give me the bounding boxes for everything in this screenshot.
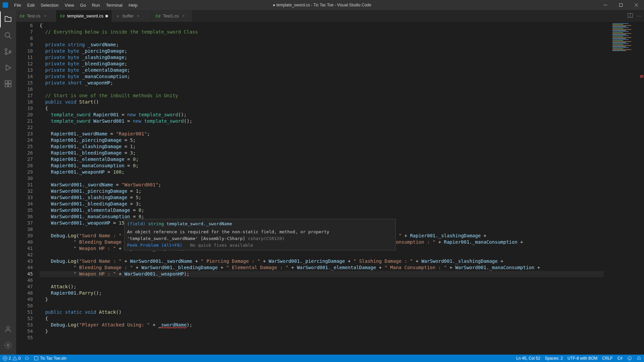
editor-tabs: C#Test.cs× C#template_sword.cs ≡buffer× … xyxy=(16,10,644,22)
status-indent[interactable]: Spaces: 2 xyxy=(545,356,563,361)
menu-edit[interactable]: Edit xyxy=(24,1,37,9)
activity-extensions[interactable] xyxy=(0,76,16,92)
svg-point-23 xyxy=(628,357,632,360)
close-icon[interactable]: × xyxy=(181,13,186,19)
menu-go[interactable]: Go xyxy=(77,1,89,9)
activity-bar xyxy=(0,10,16,355)
svg-line-5 xyxy=(9,37,11,39)
menu-terminal[interactable]: Terminal xyxy=(103,1,125,9)
close-icon[interactable]: × xyxy=(136,13,141,19)
activity-accounts[interactable] xyxy=(0,321,16,337)
status-cursor[interactable]: Ln 45, Col 52 xyxy=(516,356,540,361)
hover-kind: (field) xyxy=(127,221,146,226)
svg-point-14 xyxy=(7,326,9,329)
window-title: ● template_sword.cs - Tic Tac Toe - Visu… xyxy=(273,3,371,7)
activity-search[interactable] xyxy=(0,27,16,44)
hover-symbol: template_sword._swordName xyxy=(166,221,232,226)
status-encoding[interactable]: UTF-8 with BOM xyxy=(568,356,597,361)
status-problems[interactable]: 2 0 xyxy=(3,356,29,361)
status-eol[interactable]: CRLF xyxy=(602,356,612,361)
minimap[interactable] xyxy=(604,22,644,355)
tab-label: buffer xyxy=(122,13,133,18)
status-lang[interactable]: C# xyxy=(618,356,623,361)
menu-selection[interactable]: Selection xyxy=(38,1,61,9)
minimize-button[interactable] xyxy=(598,0,613,10)
activity-source-control[interactable] xyxy=(0,44,16,60)
svg-point-15 xyxy=(7,344,9,346)
activity-run-debug[interactable] xyxy=(0,60,16,76)
split-editor-icon[interactable] xyxy=(628,13,633,19)
tab-test-cs[interactable]: C#Test.cs× xyxy=(16,10,56,22)
svg-point-4 xyxy=(5,33,10,37)
more-actions-icon[interactable]: ⋯ xyxy=(637,13,641,18)
peek-problem-link[interactable]: Peek Problem (Alt+F8) xyxy=(127,243,182,248)
activity-settings[interactable] xyxy=(0,337,16,353)
minimap-error-marker[interactable] xyxy=(640,77,643,77)
vscode-logo-icon xyxy=(3,2,8,8)
menu-view[interactable]: View xyxy=(62,1,77,9)
svg-rect-11 xyxy=(8,81,11,83)
minimap-error-marker[interactable] xyxy=(640,75,643,76)
tab-label: Test1.cs xyxy=(163,13,179,18)
dirty-icon xyxy=(105,15,108,17)
svg-rect-10 xyxy=(5,81,8,83)
status-bell-icon[interactable] xyxy=(637,356,641,361)
titlebar: File Edit Selection View Go Run Terminal… xyxy=(0,0,644,10)
svg-rect-12 xyxy=(5,84,8,87)
svg-rect-22 xyxy=(35,357,38,360)
close-icon[interactable]: × xyxy=(42,13,48,19)
svg-point-6 xyxy=(5,49,7,51)
tab-label: Test.cs xyxy=(27,13,40,18)
svg-marker-9 xyxy=(6,65,11,70)
close-button[interactable] xyxy=(629,0,644,10)
status-bar: 2 0 Tic Tac Toe.sln Ln 45, Col 52 Spaces… xyxy=(0,355,644,362)
line-gutter: 6789101112131415161718192021222324252627… xyxy=(16,22,40,355)
svg-rect-1 xyxy=(620,4,623,7)
svg-rect-13 xyxy=(8,84,11,87)
hover-error-text: An object reference is required for the … xyxy=(127,229,329,241)
activity-explorer[interactable] xyxy=(0,11,16,27)
menu-file[interactable]: File xyxy=(11,1,24,9)
hover-tooltip: (field) string template_sword._swordName… xyxy=(124,219,396,250)
status-feedback-icon[interactable] xyxy=(627,356,632,361)
tab-template-sword[interactable]: C#template_sword.cs xyxy=(56,10,112,22)
tab-test1-cs[interactable]: C#Test1.cs× xyxy=(152,10,192,22)
status-sln[interactable]: Tic Tac Toe.sln xyxy=(34,356,66,361)
svg-point-21 xyxy=(25,357,29,360)
menu-help[interactable]: Help xyxy=(126,1,140,9)
code-editor[interactable]: 6789101112131415161718192021222324252627… xyxy=(16,22,644,355)
code-content[interactable]: { // Everything below is inside the temp… xyxy=(40,22,604,355)
tab-label: template_sword.cs xyxy=(67,13,103,18)
maximize-button[interactable] xyxy=(613,0,629,10)
menu-run[interactable]: Run xyxy=(89,1,103,9)
tab-buffer[interactable]: ≡buffer× xyxy=(112,10,152,22)
no-quickfix-text: No quick fixes available xyxy=(190,243,253,248)
hover-type: string xyxy=(148,221,164,226)
hover-error-code: csharp(CS0120) xyxy=(248,236,285,241)
svg-point-7 xyxy=(5,53,7,55)
